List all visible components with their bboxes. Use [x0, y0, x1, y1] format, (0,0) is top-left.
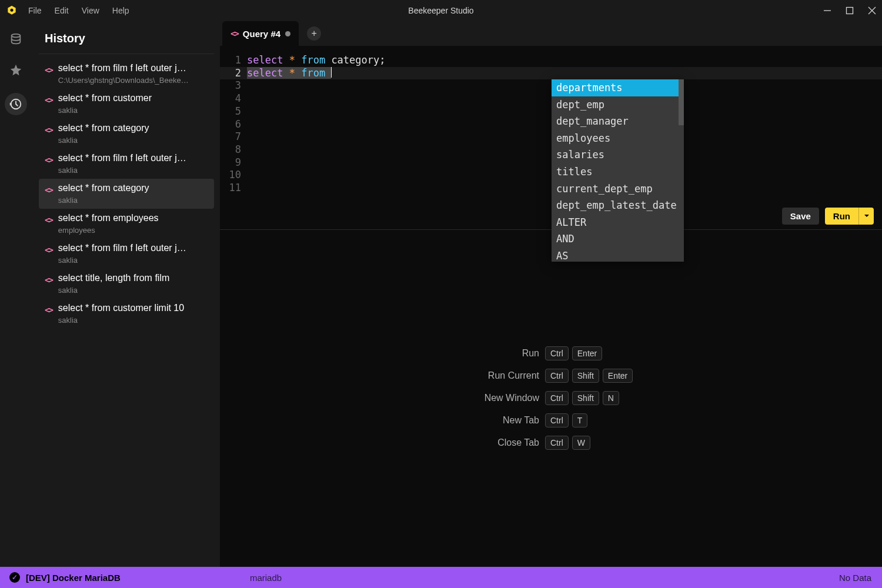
sql-editor[interactable]: 1select * from category; 2select * from …: [220, 46, 882, 203]
code-icon: <>: [230, 29, 238, 38]
history-query: select * from category: [58, 123, 149, 133]
history-item[interactable]: <>select * from customer limit 10saklia: [39, 299, 214, 329]
result-status: No Data: [839, 573, 882, 583]
left-rail: [0, 21, 32, 567]
shortcuts-panel: RunCtrlEnterRun CurrentCtrlShiftEnterNew…: [220, 230, 882, 567]
caret-down-icon: [864, 213, 870, 219]
shortcut-row: New WindowCtrlShiftN: [433, 391, 669, 405]
autocomplete-item[interactable]: titles: [552, 163, 684, 181]
tab-label: Query #4: [243, 29, 280, 39]
history-sub: saklia: [58, 136, 149, 145]
history-sub: saklia: [58, 256, 186, 265]
history-sub: saklia: [58, 106, 152, 115]
status-bar: ✓ [DEV] Docker MariaDB mariadb No Data: [0, 567, 882, 588]
history-item[interactable]: <>select * from categorysaklia: [39, 119, 214, 149]
history-query: select * from film f left outer j…: [58, 153, 186, 163]
key-badge: W: [572, 436, 590, 450]
shortcut-row: New TabCtrlT: [433, 413, 669, 427]
history-query: select * from film f left outer j…: [58, 63, 189, 74]
autocomplete-item[interactable]: salaries: [552, 146, 684, 163]
code-icon: <>: [45, 125, 52, 135]
history-sub: saklia: [58, 166, 186, 175]
history-query: select * from customer limit 10: [58, 303, 184, 313]
history-sub: saklia: [58, 316, 184, 325]
new-tab-button[interactable]: +: [307, 26, 321, 41]
tab-query[interactable]: <> Query #4: [222, 21, 299, 46]
history-sub: saklia: [58, 286, 169, 295]
dirty-indicator-icon: [285, 31, 290, 36]
history-query: select * from employees: [58, 213, 159, 223]
history-sub: saklia: [58, 196, 149, 205]
key-badge: N: [603, 391, 619, 405]
autocomplete-item[interactable]: AS: [552, 248, 684, 262]
key-badge: Ctrl: [545, 346, 569, 360]
autocomplete-item[interactable]: dept_emp: [552, 96, 684, 113]
shortcut-label: Run Current: [433, 370, 539, 381]
menu-file[interactable]: File: [28, 6, 42, 15]
history-item[interactable]: <>select * from categorysaklia: [39, 179, 214, 209]
run-dropdown-button[interactable]: [858, 208, 874, 225]
history-item[interactable]: <>select * from film f left outer j…sakl…: [39, 239, 214, 269]
key-badge: T: [572, 413, 588, 427]
svg-rect-1: [847, 8, 853, 14]
autocomplete-item[interactable]: dept_emp_latest_date: [552, 197, 684, 214]
history-sidebar: History <>select * from film f left oute…: [32, 21, 220, 567]
key-badge: Shift: [572, 391, 599, 405]
divider: [39, 54, 214, 54]
history-item[interactable]: <>select * from customersaklia: [39, 89, 214, 119]
run-button[interactable]: Run: [825, 208, 858, 225]
menu-view[interactable]: View: [82, 6, 99, 15]
svg-point-0: [11, 9, 14, 12]
key-badge: Shift: [572, 369, 599, 383]
history-item[interactable]: <>select title, length from filmsaklia: [39, 269, 214, 299]
history-icon[interactable]: [5, 93, 27, 115]
code-icon: <>: [45, 95, 52, 105]
menu-edit[interactable]: Edit: [55, 6, 69, 15]
autocomplete-popup[interactable]: departmentsdept_empdept_manageremployees…: [552, 79, 684, 262]
code-icon: <>: [45, 275, 52, 285]
database-name[interactable]: mariadb: [250, 573, 282, 583]
autocomplete-item[interactable]: AND: [552, 230, 684, 248]
history-query: select * from customer: [58, 93, 152, 103]
autocomplete-item[interactable]: employees: [552, 130, 684, 147]
svg-point-2: [12, 34, 21, 38]
save-button[interactable]: Save: [782, 208, 819, 225]
history-sub: C:\Users\ghstng\Downloads\_Beeke…: [58, 76, 189, 85]
menu-help[interactable]: Help: [112, 6, 129, 15]
code-icon: <>: [45, 245, 52, 255]
autocomplete-item[interactable]: ALTER: [552, 214, 684, 231]
key-badge: Ctrl: [545, 391, 569, 405]
history-query: select title, length from film: [58, 273, 169, 283]
maximize-icon[interactable]: [846, 6, 854, 15]
history-item[interactable]: <>select * from film f left outer j…C:\U…: [39, 59, 214, 89]
shortcut-row: Run CurrentCtrlShiftEnter: [433, 369, 669, 383]
history-item[interactable]: <>select * from film f left outer j…sakl…: [39, 149, 214, 179]
minimize-icon[interactable]: [823, 6, 831, 15]
key-badge: Ctrl: [545, 413, 569, 427]
key-badge: Ctrl: [545, 436, 569, 450]
autocomplete-item[interactable]: dept_manager: [552, 113, 684, 130]
autocomplete-item[interactable]: current_dept_emp: [552, 181, 684, 198]
code-icon: <>: [45, 215, 52, 225]
close-icon[interactable]: [868, 6, 876, 15]
app-menu: File Edit View Help: [28, 6, 129, 15]
history-query: select * from category: [58, 183, 149, 193]
shortcut-row: Close TabCtrlW: [433, 436, 669, 450]
history-item[interactable]: <>select * from employeesemployees: [39, 209, 214, 239]
editor-action-bar: Save Run: [220, 203, 882, 230]
gutter-line: 1: [220, 54, 247, 67]
shortcut-label: Close Tab: [433, 437, 539, 448]
connection-name: [DEV] Docker MariaDB: [26, 573, 121, 583]
scrollbar-thumb[interactable]: [679, 79, 684, 125]
key-badge: Enter: [572, 346, 602, 360]
star-icon[interactable]: [8, 62, 24, 78]
tab-strip: <> Query #4 +: [220, 21, 882, 46]
code-icon: <>: [45, 155, 52, 165]
autocomplete-item[interactable]: departments: [552, 79, 684, 96]
key-badge: Enter: [603, 369, 633, 383]
app-logo-icon: [6, 5, 18, 16]
database-icon[interactable]: [8, 32, 24, 47]
shortcut-row: RunCtrlEnter: [433, 346, 669, 360]
history-query: select * from film f left outer j…: [58, 243, 186, 253]
window-title: Beekeeper Studio: [0, 6, 882, 15]
